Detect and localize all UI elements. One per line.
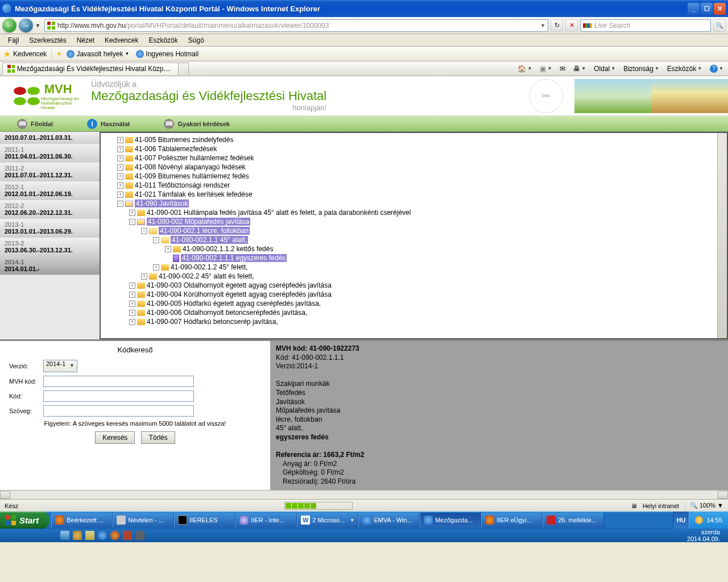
minimize-button[interactable]: _ <box>688 3 700 15</box>
taskbar-item[interactable]: IIERELES <box>174 513 235 527</box>
language-indicator[interactable]: HU <box>673 512 689 529</box>
tree-label[interactable]: 41-090-003 Oldalhornyolt égetett agyag c… <box>147 281 332 289</box>
period-item[interactable]: 2013-12013.01.01.-2013.06.29. <box>0 219 100 238</box>
mail-menu[interactable]: ✉ <box>557 64 568 74</box>
ql-desktop-icon[interactable] <box>60 531 69 540</box>
expand-icon[interactable]: + <box>117 137 123 143</box>
expand-icon[interactable]: + <box>117 192 123 198</box>
tree-label[interactable]: 41-090-004 Körülhornyolt égetett agyag c… <box>147 290 332 298</box>
taskbar-item[interactable]: IIER - Inte... <box>235 513 297 527</box>
expand-icon[interactable]: + <box>129 319 135 325</box>
taskbar-item[interactable]: Beérkezett ... <box>51 513 113 527</box>
menu-favorites[interactable]: Kedvencek <box>100 35 143 45</box>
tree-label[interactable]: 41-009 Bitumenes hullámlemez fedés <box>135 172 249 180</box>
menu-tools[interactable]: Eszközök <box>144 35 182 45</box>
ql-firefox-icon[interactable] <box>110 531 119 540</box>
collapse-icon[interactable]: − <box>153 237 159 243</box>
hotmail-link[interactable]: Ingyenes Hotmail <box>134 49 201 59</box>
forward-button[interactable]: → <box>19 18 33 32</box>
period-item[interactable]: 2011-22011.07.01.-2011.12.31. <box>0 163 100 181</box>
suggested-sites-link[interactable]: Javasolt helyek ▼ <box>64 49 131 59</box>
zoom-control[interactable]: 🔍 100% ▼ <box>685 502 723 509</box>
search-button[interactable]: Keresés <box>95 431 135 444</box>
tray-msg-icon[interactable] <box>695 516 703 524</box>
page-menu[interactable]: Oldal▼ <box>592 64 618 74</box>
taskbar-item[interactable]: W2 Microso...▼ <box>297 513 358 527</box>
browser-tab[interactable]: Mezőgazdasági És Vidékfejlesztési Hivata… <box>2 63 179 75</box>
add-fav-icon[interactable]: ✦ <box>56 50 62 58</box>
expand-icon[interactable]: + <box>117 155 123 161</box>
search-button[interactable]: 🔍 <box>713 19 726 32</box>
period-item[interactable]: 2010.07.01.-2011.03.31. <box>0 132 100 144</box>
horizontal-scrollbar[interactable] <box>0 490 728 499</box>
tree-label-selected[interactable]: 41-090-002 Műpalafedés javítása <box>147 218 250 226</box>
code-tree[interactable]: +41-005 Bitumenes zsindelyfedés +41-006 … <box>100 132 728 339</box>
clear-button[interactable]: Törlés <box>141 431 175 444</box>
nav-usage[interactable]: i Használat <box>87 119 130 129</box>
period-item[interactable]: 2011-12011.04.01.-2011.06.30. <box>0 144 100 163</box>
home-menu[interactable]: 🏠▼ <box>515 64 534 74</box>
tree-label[interactable]: 41-090-007 Hódfarkú betoncserép javítása… <box>147 318 278 326</box>
menu-help[interactable]: Súgó <box>184 35 209 45</box>
tree-label-selected[interactable]: 41-090-002.1 lécre, foltokban <box>159 227 250 235</box>
tree-label[interactable]: 41-090-006 Oldalhornyolt betoncserépfedé… <box>147 309 307 317</box>
nav-history-dropdown[interactable]: ▼ <box>35 23 42 28</box>
tree-label[interactable]: 41-090-002.2 45° alatt és felett, <box>159 272 254 280</box>
expand-icon[interactable]: + <box>117 173 123 180</box>
ql-ie-icon[interactable] <box>98 531 107 540</box>
tray-time[interactable]: 14:55 <box>706 517 722 523</box>
safety-menu[interactable]: Biztonság▼ <box>621 64 661 74</box>
expand-icon[interactable]: + <box>129 310 135 316</box>
expand-icon[interactable]: + <box>129 282 135 289</box>
nav-faq[interactable]: 📖 Gyakori kérdések <box>164 119 230 129</box>
mvh-logo[interactable]: MVH Mezőgazdasági és Vidékfejlesztési Hi… <box>0 82 85 110</box>
url-dropdown-icon[interactable]: ▼ <box>540 23 545 28</box>
favorites-star-icon[interactable]: ★ <box>3 49 11 59</box>
expand-icon[interactable]: + <box>117 182 123 189</box>
expand-icon[interactable]: + <box>153 264 159 271</box>
refresh-button[interactable]: ↻ <box>551 19 563 32</box>
period-item[interactable]: 2012-22012.06.20.-2012.12.31. <box>0 200 100 219</box>
browser-search-box[interactable]: Live Search <box>580 19 711 32</box>
taskbar-item[interactable]: IIER eÜgyi... <box>481 513 543 527</box>
tree-label[interactable]: 41-011 Tetőbiztonsági rendszer <box>135 181 230 189</box>
expand-icon[interactable]: + <box>117 164 123 171</box>
tree-label[interactable]: 41-007 Poliészter hullámlemez fedések <box>135 154 254 162</box>
taskbar-item[interactable]: 26. mellékle... <box>543 513 604 527</box>
taskbar-item[interactable]: EMVA - Win... <box>358 513 420 527</box>
mvh-code-input[interactable] <box>43 376 194 387</box>
tree-label[interactable]: 41-005 Bitumenes zsindelyfedés <box>135 136 233 144</box>
collapse-icon[interactable]: − <box>129 219 135 225</box>
tree-label[interactable]: 41-006 Táblalemezfedések <box>135 145 217 153</box>
start-button[interactable]: Start <box>0 512 49 529</box>
ql-app-icon[interactable] <box>135 531 144 540</box>
tree-label-selected[interactable]: 41-090-002.1.1.1 egyszeres fedés <box>181 254 287 262</box>
tree-label[interactable]: 41-008 Növényi alapanyagú fedések <box>135 163 246 171</box>
tree-label[interactable]: 41-090-002.1.1.2 kettős fedés <box>183 245 273 253</box>
expand-icon[interactable]: + <box>117 146 123 152</box>
version-select[interactable]: 2014-1 <box>43 360 77 372</box>
expand-icon[interactable]: + <box>165 246 171 252</box>
expand-icon[interactable]: + <box>129 210 135 216</box>
expand-icon[interactable]: + <box>129 301 135 307</box>
back-button[interactable]: ← <box>2 18 16 32</box>
tree-label[interactable]: 41-090-002.1.2 45° felett, <box>171 263 248 271</box>
print-menu[interactable]: 🖶▼ <box>571 64 588 74</box>
period-item-active[interactable]: 2014-12014.01.01.- <box>0 256 100 275</box>
feeds-menu[interactable]: ▣▼ <box>537 64 554 74</box>
menu-edit[interactable]: Szerkesztés <box>24 35 71 45</box>
new-tab-button[interactable] <box>179 63 189 75</box>
tree-label-selected[interactable]: 41-090-002.1.1 45° alatt, <box>171 236 248 244</box>
menu-file[interactable]: Fájl <box>3 35 23 45</box>
favorites-label[interactable]: Kedvencek <box>13 50 47 58</box>
address-bar[interactable]: http://www.mvh.gov.hu/portal/MVHPortal/d… <box>44 19 548 32</box>
tree-label[interactable]: 41-021 Támfalak és kerítések lefedése <box>135 190 253 198</box>
taskbar-item[interactable]: Névtelen - ... <box>113 513 174 527</box>
tree-label-selected[interactable]: 41-090 Javítások <box>135 199 189 207</box>
help-menu[interactable]: ?▼ <box>708 64 726 74</box>
collapse-icon[interactable]: − <box>141 228 147 234</box>
ql-totalcmd-icon[interactable] <box>123 531 132 540</box>
expand-icon[interactable]: + <box>141 273 147 280</box>
collapse-icon[interactable]: − <box>117 201 123 207</box>
maximize-button[interactable]: ☐ <box>701 3 713 15</box>
